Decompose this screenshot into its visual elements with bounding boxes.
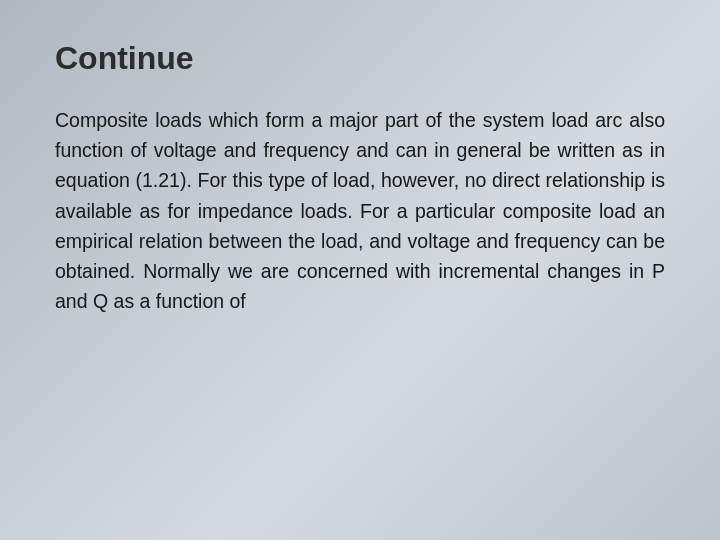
slide-body: Composite loads which form a major part … — [55, 105, 665, 317]
slide-container: Continue Composite loads which form a ma… — [0, 0, 720, 540]
slide-title: Continue — [55, 40, 665, 77]
